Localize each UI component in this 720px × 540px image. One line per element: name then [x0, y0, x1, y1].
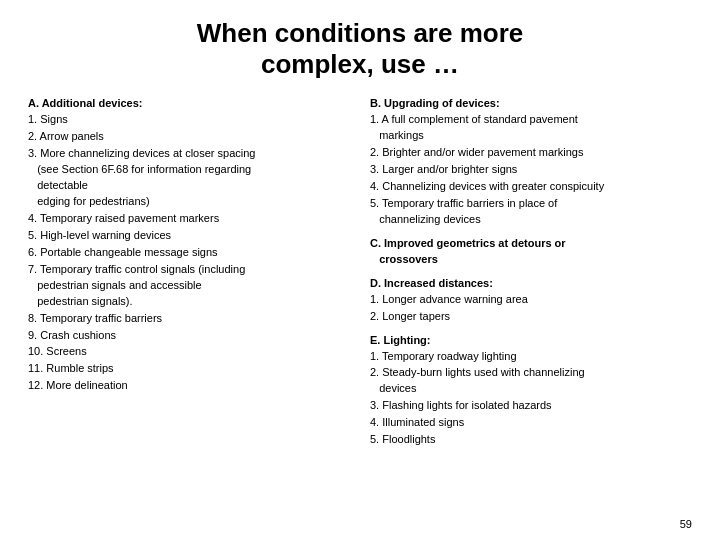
right-column: B. Upgrading of devices: 1. A full compl… — [370, 96, 692, 456]
list-item: 1. Signs — [28, 112, 350, 128]
list-item: 1. Temporary roadway lighting — [370, 349, 692, 365]
section-d: D. Increased distances: 1. Longer advanc… — [370, 276, 692, 325]
content-area: A. Additional devices: 1. Signs 2. Arrow… — [28, 96, 692, 456]
list-item: 3. More channelizing devices at closer s… — [28, 146, 350, 210]
section-c-heading: C. Improved geometrics at detours or cro… — [370, 236, 692, 268]
section-b: B. Upgrading of devices: 1. A full compl… — [370, 96, 692, 228]
list-item: 1. A full complement of standard pavemen… — [370, 112, 692, 144]
list-item: 3. Larger and/or brighter signs — [370, 162, 692, 178]
section-d-heading: D. Increased distances: — [370, 276, 692, 292]
list-item: 4. Illuminated signs — [370, 415, 692, 431]
list-item: 2. Steady-burn lights used with channeli… — [370, 365, 692, 397]
list-item: 4. Channelizing devices with greater con… — [370, 179, 692, 195]
list-item: 5. Floodlights — [370, 432, 692, 448]
list-item: 5. High-level warning devices — [28, 228, 350, 244]
list-item: 9. Crash cushions — [28, 328, 350, 344]
page-number: 59 — [680, 518, 692, 530]
list-item: 3. Flashing lights for isolated hazards — [370, 398, 692, 414]
section-c: C. Improved geometrics at detours or cro… — [370, 236, 692, 268]
list-item: 7. Temporary traffic control signals (in… — [28, 262, 350, 310]
list-item: 2. Longer tapers — [370, 309, 692, 325]
section-e-heading: E. Lighting: — [370, 333, 692, 349]
list-item: 1. Longer advance warning area — [370, 292, 692, 308]
list-item: 4. Temporary raised pavement markers — [28, 211, 350, 227]
list-item: 11. Rumble strips — [28, 361, 350, 377]
page-title: When conditions are more complex, use … — [28, 18, 692, 80]
left-column: A. Additional devices: 1. Signs 2. Arrow… — [28, 96, 350, 402]
list-item: 10. Screens — [28, 344, 350, 360]
section-a-heading: A. Additional devices: — [28, 96, 350, 112]
section-a: A. Additional devices: 1. Signs 2. Arrow… — [28, 96, 350, 394]
list-item: 5. Temporary traffic barriers in place o… — [370, 196, 692, 228]
list-item: 8. Temporary traffic barriers — [28, 311, 350, 327]
section-b-heading: B. Upgrading of devices: — [370, 96, 692, 112]
list-item: 6. Portable changeable message signs — [28, 245, 350, 261]
section-e: E. Lighting: 1. Temporary roadway lighti… — [370, 333, 692, 449]
list-item: 2. Arrow panels — [28, 129, 350, 145]
list-item: 12. More delineation — [28, 378, 350, 394]
list-item: 2. Brighter and/or wider pavement markin… — [370, 145, 692, 161]
page: When conditions are more complex, use … … — [0, 0, 720, 540]
